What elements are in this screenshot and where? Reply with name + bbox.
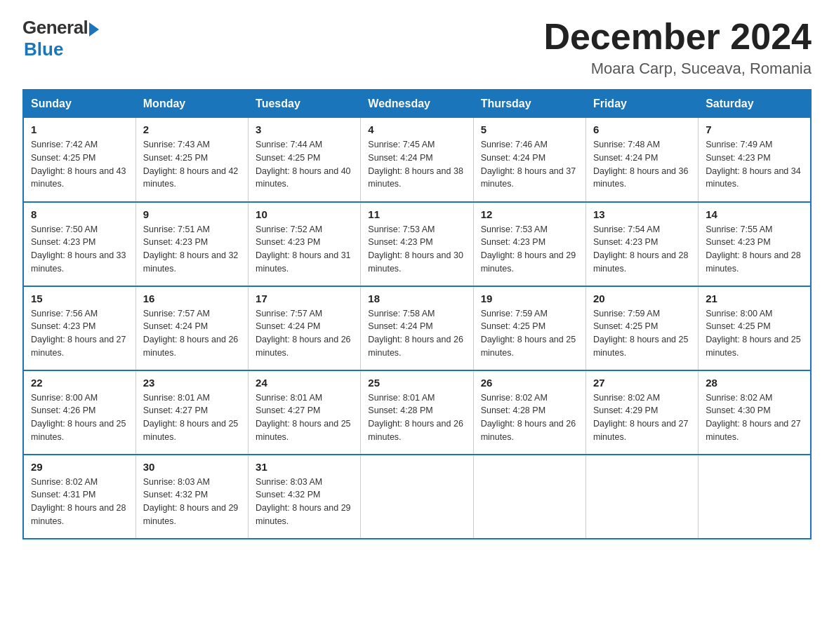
calendar-cell: 8Sunrise: 7:50 AMSunset: 4:23 PMDaylight… xyxy=(23,202,135,286)
calendar-week-row: 1Sunrise: 7:42 AMSunset: 4:25 PMDaylight… xyxy=(23,118,811,202)
calendar-cell: 16Sunrise: 7:57 AMSunset: 4:24 PMDayligh… xyxy=(135,286,248,370)
day-number: 29 xyxy=(31,461,128,473)
day-number: 18 xyxy=(368,293,465,304)
day-info: Sunrise: 7:55 AMSunset: 4:23 PMDaylight:… xyxy=(706,223,803,276)
day-info: Sunrise: 7:50 AMSunset: 4:23 PMDaylight:… xyxy=(31,223,128,276)
day-info: Sunrise: 7:51 AMSunset: 4:23 PMDaylight:… xyxy=(143,223,241,276)
day-info: Sunrise: 8:02 AMSunset: 4:29 PMDaylight:… xyxy=(593,391,691,444)
calendar-cell: 13Sunrise: 7:54 AMSunset: 4:23 PMDayligh… xyxy=(585,202,698,286)
calendar-cell xyxy=(699,455,811,539)
day-info: Sunrise: 8:01 AMSunset: 4:28 PMDaylight:… xyxy=(368,391,465,444)
calendar-cell: 31Sunrise: 8:03 AMSunset: 4:32 PMDayligh… xyxy=(249,455,361,539)
day-info: Sunrise: 8:01 AMSunset: 4:27 PMDaylight:… xyxy=(143,391,241,444)
day-number: 27 xyxy=(593,377,691,389)
column-header-friday: Friday xyxy=(585,90,698,118)
day-number: 8 xyxy=(31,208,128,220)
day-number: 11 xyxy=(368,208,465,220)
day-number: 7 xyxy=(706,123,803,135)
day-number: 12 xyxy=(481,208,578,220)
day-number: 4 xyxy=(368,123,465,135)
calendar-cell: 20Sunrise: 7:59 AMSunset: 4:25 PMDayligh… xyxy=(585,286,698,370)
calendar-cell: 1Sunrise: 7:42 AMSunset: 4:25 PMDaylight… xyxy=(23,118,135,202)
day-info: Sunrise: 8:03 AMSunset: 4:32 PMDaylight:… xyxy=(256,476,353,528)
calendar-cell: 5Sunrise: 7:46 AMSunset: 4:24 PMDaylight… xyxy=(473,118,585,202)
column-header-sunday: Sunday xyxy=(23,90,135,118)
calendar-cell: 23Sunrise: 8:01 AMSunset: 4:27 PMDayligh… xyxy=(135,370,248,455)
calendar-cell: 26Sunrise: 8:02 AMSunset: 4:28 PMDayligh… xyxy=(473,370,585,455)
day-number: 9 xyxy=(143,208,241,220)
day-info: Sunrise: 7:54 AMSunset: 4:23 PMDaylight:… xyxy=(593,223,691,276)
day-number: 6 xyxy=(593,123,691,135)
day-number: 2 xyxy=(143,123,241,135)
day-info: Sunrise: 8:02 AMSunset: 4:30 PMDaylight:… xyxy=(706,391,803,444)
day-info: Sunrise: 7:46 AMSunset: 4:24 PMDaylight:… xyxy=(481,138,578,191)
day-number: 28 xyxy=(706,377,803,389)
day-number: 21 xyxy=(706,293,803,304)
day-number: 23 xyxy=(143,377,241,389)
day-info: Sunrise: 7:45 AMSunset: 4:24 PMDaylight:… xyxy=(368,138,465,191)
calendar-cell: 10Sunrise: 7:52 AMSunset: 4:23 PMDayligh… xyxy=(249,202,361,286)
day-number: 1 xyxy=(31,123,128,135)
main-title: December 2024 xyxy=(543,17,812,57)
calendar-cell: 12Sunrise: 7:53 AMSunset: 4:23 PMDayligh… xyxy=(473,202,585,286)
day-info: Sunrise: 7:49 AMSunset: 4:23 PMDaylight:… xyxy=(706,138,803,191)
calendar-cell: 17Sunrise: 7:57 AMSunset: 4:24 PMDayligh… xyxy=(249,286,361,370)
calendar-cell: 9Sunrise: 7:51 AMSunset: 4:23 PMDaylight… xyxy=(135,202,248,286)
day-info: Sunrise: 8:02 AMSunset: 4:31 PMDaylight:… xyxy=(31,476,128,528)
calendar-cell: 7Sunrise: 7:49 AMSunset: 4:23 PMDaylight… xyxy=(699,118,811,202)
day-number: 20 xyxy=(593,293,691,304)
calendar-cell: 3Sunrise: 7:44 AMSunset: 4:25 PMDaylight… xyxy=(249,118,361,202)
day-info: Sunrise: 7:57 AMSunset: 4:24 PMDaylight:… xyxy=(143,307,241,360)
calendar-cell: 22Sunrise: 8:00 AMSunset: 4:26 PMDayligh… xyxy=(23,370,135,455)
day-number: 26 xyxy=(481,377,578,389)
day-info: Sunrise: 8:00 AMSunset: 4:25 PMDaylight:… xyxy=(706,307,803,360)
day-info: Sunrise: 8:03 AMSunset: 4:32 PMDaylight:… xyxy=(143,476,241,528)
day-number: 22 xyxy=(31,377,128,389)
day-info: Sunrise: 8:01 AMSunset: 4:27 PMDaylight:… xyxy=(256,391,353,444)
calendar-cell: 29Sunrise: 8:02 AMSunset: 4:31 PMDayligh… xyxy=(23,455,135,539)
calendar-cell xyxy=(585,455,698,539)
calendar-cell: 11Sunrise: 7:53 AMSunset: 4:23 PMDayligh… xyxy=(361,202,473,286)
day-info: Sunrise: 8:02 AMSunset: 4:28 PMDaylight:… xyxy=(481,391,578,444)
day-info: Sunrise: 7:52 AMSunset: 4:23 PMDaylight:… xyxy=(256,223,353,276)
logo-arrow-icon xyxy=(89,22,99,36)
day-number: 19 xyxy=(481,293,578,304)
column-header-wednesday: Wednesday xyxy=(361,90,473,118)
day-info: Sunrise: 7:48 AMSunset: 4:24 PMDaylight:… xyxy=(593,138,691,191)
page-header: General Blue December 2024 Moara Carp, S… xyxy=(22,17,812,78)
calendar-week-row: 22Sunrise: 8:00 AMSunset: 4:26 PMDayligh… xyxy=(23,370,811,455)
calendar-cell xyxy=(361,455,473,539)
calendar-cell: 24Sunrise: 8:01 AMSunset: 4:27 PMDayligh… xyxy=(249,370,361,455)
day-number: 13 xyxy=(593,208,691,220)
logo-blue-text: Blue xyxy=(24,39,63,60)
subtitle: Moara Carp, Suceava, Romania xyxy=(543,60,812,78)
day-info: Sunrise: 7:42 AMSunset: 4:25 PMDaylight:… xyxy=(31,138,128,191)
column-header-thursday: Thursday xyxy=(473,90,585,118)
calendar-cell: 19Sunrise: 7:59 AMSunset: 4:25 PMDayligh… xyxy=(473,286,585,370)
calendar-cell: 28Sunrise: 8:02 AMSunset: 4:30 PMDayligh… xyxy=(699,370,811,455)
calendar-week-row: 29Sunrise: 8:02 AMSunset: 4:31 PMDayligh… xyxy=(23,455,811,539)
calendar-week-row: 8Sunrise: 7:50 AMSunset: 4:23 PMDaylight… xyxy=(23,202,811,286)
logo: General Blue xyxy=(22,17,99,60)
day-number: 17 xyxy=(256,293,353,304)
day-info: Sunrise: 7:59 AMSunset: 4:25 PMDaylight:… xyxy=(481,307,578,360)
day-info: Sunrise: 7:53 AMSunset: 4:23 PMDaylight:… xyxy=(481,223,578,276)
day-info: Sunrise: 8:00 AMSunset: 4:26 PMDaylight:… xyxy=(31,391,128,444)
day-number: 25 xyxy=(368,377,465,389)
day-info: Sunrise: 7:57 AMSunset: 4:24 PMDaylight:… xyxy=(256,307,353,360)
column-header-tuesday: Tuesday xyxy=(249,90,361,118)
calendar-week-row: 15Sunrise: 7:56 AMSunset: 4:23 PMDayligh… xyxy=(23,286,811,370)
day-info: Sunrise: 7:56 AMSunset: 4:23 PMDaylight:… xyxy=(31,307,128,360)
calendar-cell xyxy=(473,455,585,539)
calendar-cell: 30Sunrise: 8:03 AMSunset: 4:32 PMDayligh… xyxy=(135,455,248,539)
calendar-cell: 18Sunrise: 7:58 AMSunset: 4:24 PMDayligh… xyxy=(361,286,473,370)
calendar-cell: 25Sunrise: 8:01 AMSunset: 4:28 PMDayligh… xyxy=(361,370,473,455)
day-number: 5 xyxy=(481,123,578,135)
day-number: 3 xyxy=(256,123,353,135)
day-info: Sunrise: 7:59 AMSunset: 4:25 PMDaylight:… xyxy=(593,307,691,360)
day-info: Sunrise: 7:53 AMSunset: 4:23 PMDaylight:… xyxy=(368,223,465,276)
day-number: 15 xyxy=(31,293,128,304)
day-info: Sunrise: 7:43 AMSunset: 4:25 PMDaylight:… xyxy=(143,138,241,191)
day-number: 10 xyxy=(256,208,353,220)
day-number: 31 xyxy=(256,461,353,473)
